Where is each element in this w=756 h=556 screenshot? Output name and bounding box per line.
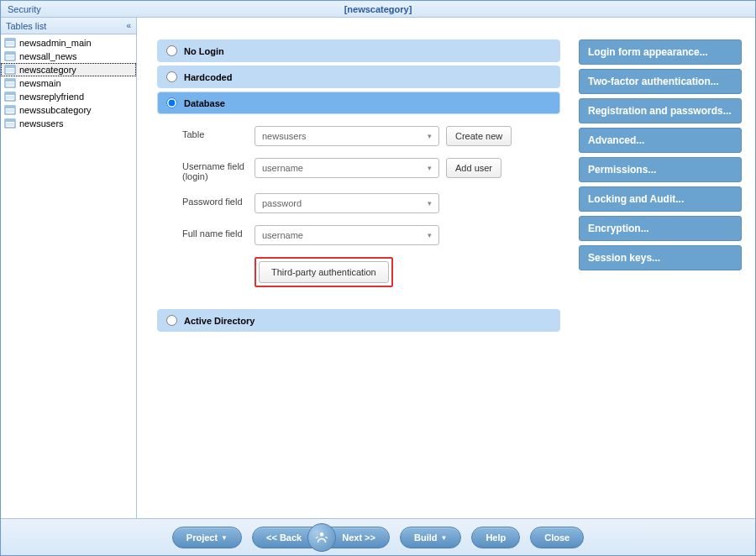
table-icon [4,65,16,75]
radio-database[interactable] [166,97,177,108]
table-item[interactable]: newsreplyfriend [1,90,136,103]
svg-rect-17 [5,92,15,95]
username-select[interactable]: username [255,158,439,178]
table-item-label: newsmain [19,78,61,88]
option-no-login[interactable]: No Login [157,39,560,62]
highlight-box: Third-party authentication [255,257,393,287]
right-panel-button[interactable]: Session keys... [579,245,742,270]
table-item-label: newssubcategory [19,105,92,115]
run-button[interactable] [307,523,336,552]
sidebar-title: Tables list [6,21,46,31]
table-select[interactable]: newsusers [255,126,439,146]
caret-down-icon: ▼ [440,534,447,542]
third-party-auth-button[interactable]: Third-party authentication [259,261,389,283]
database-panel: Table newsusers Create new Username fiel… [157,118,560,309]
table-item[interactable]: newsall_news [1,50,136,63]
svg-rect-9 [5,66,15,68]
create-new-button[interactable]: Create new [446,126,512,146]
option-hardcoded-label: Hardcoded [184,72,232,82]
table-icon [4,38,16,48]
table-item-label: newsreplyfriend [19,92,84,102]
table-item[interactable]: newsmain [1,76,136,90]
table-icon [4,92,16,102]
caret-down-icon: ▼ [221,534,228,542]
svg-rect-1 [5,39,15,41]
svg-rect-25 [5,119,15,122]
table-icon [4,105,16,115]
table-icon [4,118,16,129]
table-item-label: newsadmin_main [19,38,92,48]
username-label: Username field (login) [182,158,255,181]
right-panel-button[interactable]: Advanced... [579,128,742,153]
table-item-label: newsusers [19,118,64,129]
table-item[interactable]: newsadmin_main [1,36,136,50]
header-section-title: Security [8,4,41,14]
svg-point-28 [320,532,324,537]
add-user-button[interactable]: Add user [446,158,501,178]
fullname-label: Full name field [182,225,255,239]
header-table-name: [newscategory] [344,4,412,14]
table-item-label: newsall_news [19,51,76,61]
svg-rect-13 [5,79,15,81]
table-icon [4,51,16,61]
option-active-directory[interactable]: Active Directory [157,309,560,332]
password-label: Password field [182,193,255,207]
right-panel-button[interactable]: Login form appearance... [579,39,742,65]
sidebar: Tables list « newsadmin_mainnewsall_news… [1,18,137,518]
right-panel-button[interactable]: Permissions... [579,157,742,182]
right-panel-button[interactable]: Locking and Audit... [579,186,742,212]
radio-active-directory[interactable] [166,315,177,326]
right-panel-button[interactable]: Two-factor authentication... [579,69,742,94]
radio-hardcoded[interactable] [166,71,177,82]
build-button[interactable]: Build▼ [400,527,461,548]
right-panel-button[interactable]: Encryption... [579,216,742,241]
table-item[interactable]: newssubcategory [1,103,136,117]
password-select[interactable]: password [255,193,439,213]
radio-no-login[interactable] [166,45,177,56]
svg-rect-5 [5,52,15,55]
bottom-bar: Project▼ << Back Next >> Build▼ Help Clo… [1,518,755,556]
sidebar-header: Tables list « [1,18,136,34]
option-database[interactable]: Database [157,92,560,114]
header-bar: Security [newscategory] [1,1,755,18]
collapse-icon[interactable]: « [126,21,131,30]
content-area: No Login Hardcoded Database Table newsus… [137,18,755,518]
table-icon [4,78,16,88]
project-button[interactable]: Project▼ [172,527,242,548]
option-active-directory-label: Active Directory [184,316,255,326]
svg-rect-21 [5,106,15,108]
option-hardcoded[interactable]: Hardcoded [157,66,560,88]
run-icon [314,530,329,545]
fullname-select[interactable]: username [255,225,439,245]
option-database-label: Database [184,98,225,108]
nav-group: << Back Next >> [252,523,390,552]
table-item[interactable]: newsusers [1,117,136,130]
help-button[interactable]: Help [471,527,520,548]
right-buttons-panel: Login form appearance...Two-factor authe… [579,39,742,505]
close-button[interactable]: Close [530,527,584,548]
table-item[interactable]: newscategory [1,63,136,76]
table-label: Table [182,126,255,139]
right-panel-button[interactable]: Registration and passwords... [579,98,742,123]
table-item-label: newscategory [19,65,76,75]
tables-list: newsadmin_mainnewsall_newsnewscategoryne… [1,34,136,518]
option-no-login-label: No Login [184,46,224,56]
